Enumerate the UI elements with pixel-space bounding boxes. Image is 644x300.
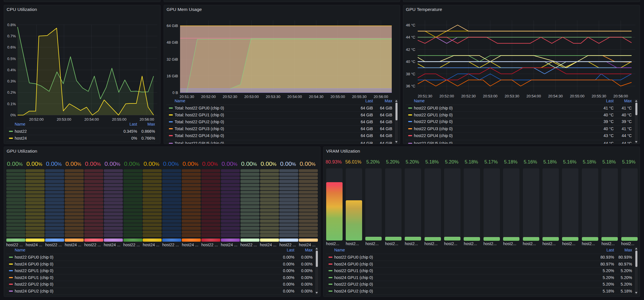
svg-text:20:55:00: 20:55:00	[570, 94, 584, 98]
svg-text:16 GiB: 16 GiB	[167, 74, 178, 78]
svg-text:0.3%: 0.3%	[7, 79, 16, 83]
svg-text:0 B: 0 B	[172, 91, 178, 95]
svg-text:20:53:00: 20:53:00	[483, 94, 498, 98]
svg-text:20:56:00: 20:56:00	[614, 94, 628, 98]
svg-text:20:55:30: 20:55:30	[592, 94, 606, 98]
svg-text:0.8%: 0.8%	[7, 23, 16, 27]
svg-text:0.6%: 0.6%	[7, 45, 16, 49]
svg-text:44 °C: 44 °C	[406, 35, 415, 39]
svg-text:20:56:00: 20:56:00	[139, 117, 154, 122]
svg-text:20:54:30: 20:54:30	[309, 95, 324, 99]
svg-text:20:52:30: 20:52:30	[461, 94, 476, 98]
svg-text:20:51:30: 20:51:30	[179, 95, 194, 99]
svg-text:20:56:00: 20:56:00	[374, 95, 388, 99]
svg-text:0.1%: 0.1%	[7, 102, 16, 106]
svg-text:0.2%: 0.2%	[7, 90, 16, 95]
svg-text:32 GiB: 32 GiB	[167, 57, 178, 61]
svg-text:20:55:00: 20:55:00	[112, 117, 127, 122]
svg-text:20:52:30: 20:52:30	[223, 95, 237, 99]
svg-text:20:51:30: 20:51:30	[418, 94, 432, 98]
svg-text:20:52:00: 20:52:00	[439, 94, 454, 98]
svg-text:20:54:00: 20:54:00	[84, 117, 99, 122]
svg-text:20:53:00: 20:53:00	[244, 95, 259, 99]
svg-text:36 °C: 36 °C	[406, 84, 415, 88]
svg-text:20:55:00: 20:55:00	[330, 95, 345, 99]
svg-text:48 GiB: 48 GiB	[167, 40, 178, 45]
svg-text:46 °C: 46 °C	[406, 23, 415, 27]
svg-text:42 °C: 42 °C	[406, 47, 415, 52]
svg-text:20:54:30: 20:54:30	[548, 94, 563, 98]
svg-text:64 GiB: 64 GiB	[167, 24, 178, 28]
svg-text:0.5%: 0.5%	[7, 57, 16, 61]
svg-text:0%: 0%	[10, 113, 16, 117]
svg-text:20:54:00: 20:54:00	[287, 95, 302, 99]
svg-text:20:54:00: 20:54:00	[526, 94, 541, 98]
svg-text:20:53:00: 20:53:00	[57, 117, 71, 122]
svg-text:20:52:00: 20:52:00	[29, 117, 44, 122]
svg-text:20:52:00: 20:52:00	[201, 95, 216, 99]
svg-text:20:55:30: 20:55:30	[352, 95, 367, 99]
svg-text:40 °C: 40 °C	[406, 59, 415, 64]
svg-text:20:53:30: 20:53:30	[505, 94, 519, 98]
svg-text:20:53:30: 20:53:30	[266, 95, 280, 99]
svg-text:0.4%: 0.4%	[7, 68, 16, 72]
svg-text:38 °C: 38 °C	[406, 72, 415, 76]
svg-text:0.7%: 0.7%	[7, 34, 16, 38]
